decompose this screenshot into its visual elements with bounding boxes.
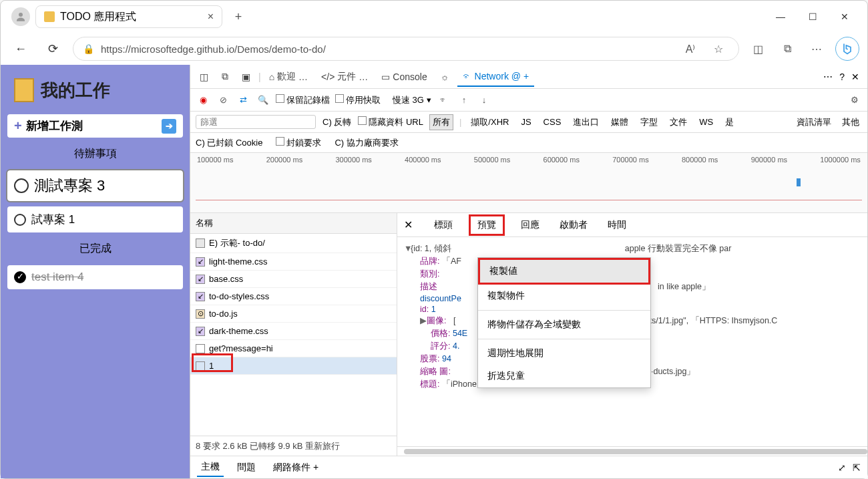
clear-button[interactable]: ⊘ [216, 93, 230, 108]
split-screen-icon[interactable]: ◫ [747, 38, 769, 59]
preview-body[interactable]: ▼{id: 1, 傾斜apple 行動裝置完全不像 par 品牌: 「AF 類別… [397, 237, 867, 446]
request-row[interactable]: ↙dark-theme.css [190, 323, 397, 340]
read-aloud-icon[interactable]: A⁾ [680, 38, 701, 59]
preserve-log-checkbox[interactable]: 保留記錄檔 [276, 94, 330, 106]
profile-avatar[interactable] [11, 7, 30, 26]
filter-font[interactable]: 字型 [638, 115, 660, 130]
url-box[interactable]: 🔒 https://microsoftedge.github.io/Demos/… [73, 37, 739, 61]
browser-tab[interactable]: TODO 應用程式 × [35, 5, 222, 28]
task-item[interactable]: 測試專案 3 [7, 170, 183, 201]
upload-icon[interactable]: ↑ [457, 93, 471, 108]
detail-tab-timing[interactable]: 時間 [604, 216, 630, 234]
add-task-input[interactable]: + 新增工作測 ➔ [7, 114, 183, 138]
task-checkbox-done[interactable] [14, 271, 26, 283]
task-checkbox[interactable] [14, 178, 29, 193]
ctx-copy-value[interactable]: 複製値 [480, 260, 648, 283]
network-timeline[interactable]: 100000 ms 200000 ms 300000 ms 400000 ms … [190, 153, 867, 213]
close-button[interactable]: ✕ [835, 7, 854, 26]
request-row-selected[interactable]: 1 [190, 357, 397, 375]
collections-icon[interactable]: ⧉ [777, 38, 798, 59]
help-icon[interactable]: ? [839, 71, 845, 82]
network-split: 名稱 E) 示範- to-do/ ↙light-theme.css ↙base.… [190, 213, 867, 456]
filter-import[interactable]: 進出口 [570, 115, 602, 130]
tab-console[interactable]: ▭Console [376, 67, 432, 86]
tab-sources-icon[interactable]: ☼ [435, 67, 455, 86]
detail-tab-response[interactable]: 回應 [517, 216, 544, 234]
disable-cache-checkbox[interactable]: 停用快取 [335, 94, 381, 106]
task-checkbox[interactable] [14, 214, 26, 226]
tab-close-icon[interactable]: × [208, 11, 214, 23]
drawer-tab-network-conditions[interactable]: 網路條件 + [269, 459, 322, 476]
detail-tab-headers[interactable]: 標頭 [430, 216, 457, 234]
devtools-tabs: ◫ ⧉ ▣ | ⌂歡迎… </>元件… ▭Console ☼ ᯤNetwork … [190, 65, 867, 89]
css-icon: ↙ [196, 327, 205, 336]
filter-wasm[interactable]: 是 [722, 115, 736, 130]
pending-section-label: 待辦事項 [7, 143, 183, 165]
task-label: 試專案 1 [31, 212, 75, 227]
ctx-expand-recursive[interactable]: 週期性地展開 [478, 342, 650, 365]
invert-label[interactable]: C) 反轉 [322, 116, 351, 128]
task-label: 測試專案 3 [34, 176, 105, 196]
maximize-button[interactable]: ☐ [803, 7, 822, 26]
filter-ws[interactable]: WS [696, 116, 716, 128]
request-row[interactable]: E) 示範- to-do/ [190, 234, 397, 253]
detail-close-icon[interactable]: ✕ [404, 218, 413, 231]
request-row[interactable]: ↙base.css [190, 271, 397, 288]
wifi-icon[interactable]: ᯤ [437, 93, 451, 108]
filter-xhr[interactable]: 擷取/XHR [468, 115, 511, 130]
ctx-store-global[interactable]: 將物件儲存為全域變數 [478, 313, 650, 336]
dock-icon[interactable]: ▣ [236, 67, 256, 86]
filter-media[interactable]: 媒體 [608, 115, 631, 130]
devtools-close-icon[interactable]: ✕ [851, 71, 859, 82]
third-party-label[interactable]: C) 協力廠商要求 [335, 137, 398, 149]
network-filter-bar-2: C) 已封鎖 Cookie 封鎖要求 C) 協力廠商要求 [190, 133, 867, 153]
throttle-select[interactable]: 慢速 3G ▾ [393, 94, 431, 106]
drawer-expand-icon[interactable]: ⤢ [838, 462, 846, 473]
favorite-icon[interactable]: ☆ [708, 38, 729, 59]
tab-network[interactable]: ᯤNetwork @ + [457, 67, 535, 87]
ctx-collapse-children[interactable]: 折迭兒童 [478, 365, 650, 387]
done-task-item[interactable]: test item 4 [7, 265, 183, 289]
highlight-box: 複製値 [478, 258, 650, 285]
search-icon[interactable]: 🔍 [256, 93, 270, 108]
new-tab-button[interactable]: + [228, 6, 249, 27]
separator [478, 310, 650, 311]
record-button[interactable]: ◉ [196, 93, 210, 108]
detail-tab-initiator[interactable]: 啟動者 [556, 216, 592, 234]
filter-input[interactable] [196, 115, 316, 129]
tab-elements[interactable]: </>元件… [316, 67, 373, 87]
back-button[interactable]: ← [9, 37, 33, 61]
download-icon[interactable]: ↓ [477, 93, 491, 108]
network-settings-icon[interactable]: ⚙ [847, 93, 862, 108]
drawer-tab-issues[interactable]: 問題 [233, 459, 260, 476]
request-row[interactable]: get?message=hi [190, 340, 397, 357]
filter-css[interactable]: CSS [541, 116, 564, 128]
inspect-icon[interactable]: ◫ [194, 67, 214, 86]
detail-tab-preview[interactable]: 預覽 [469, 214, 505, 236]
minimize-button[interactable]: — [771, 7, 790, 26]
filter-manifest[interactable]: 資訊清單 [794, 115, 834, 130]
refresh-button[interactable]: ⟳ [41, 37, 65, 61]
more-tabs-icon[interactable]: ⋯ [823, 71, 833, 82]
ctx-copy-object[interactable]: 複製物件 [478, 285, 650, 307]
filter-doc[interactable]: 文件 [667, 115, 690, 130]
drawer-export-icon[interactable]: ⇱ [853, 462, 861, 473]
blocked-requests-checkbox[interactable]: 封鎖要求 [276, 137, 321, 149]
filter-all[interactable]: 所有 [430, 115, 453, 130]
drawer-tab-console[interactable]: 主機 [197, 458, 224, 477]
bing-chat-icon[interactable] [835, 37, 859, 61]
h-scrollbar[interactable] [404, 449, 867, 454]
more-icon[interactable]: ⋯ [806, 38, 827, 59]
request-row[interactable]: ↙to-do-styles.css [190, 288, 397, 305]
request-row[interactable]: ↙light-theme.css [190, 253, 397, 271]
hide-data-urls-checkbox[interactable]: 隱藏資料 URL [358, 116, 423, 128]
tab-welcome[interactable]: ⌂歡迎… [264, 67, 313, 87]
filter-js[interactable]: JS [518, 116, 533, 128]
device-icon[interactable]: ⧉ [216, 67, 234, 86]
filter-other[interactable]: 其他 [839, 115, 862, 130]
filter-toggle-icon[interactable]: ⇄ [236, 93, 250, 108]
blocked-cookies-label[interactable]: C) 已封鎖 Cookie [196, 137, 262, 149]
submit-icon[interactable]: ➔ [162, 119, 176, 134]
task-item[interactable]: 試專案 1 [7, 206, 183, 232]
request-row[interactable]: ⊙to-do.js [190, 305, 397, 323]
